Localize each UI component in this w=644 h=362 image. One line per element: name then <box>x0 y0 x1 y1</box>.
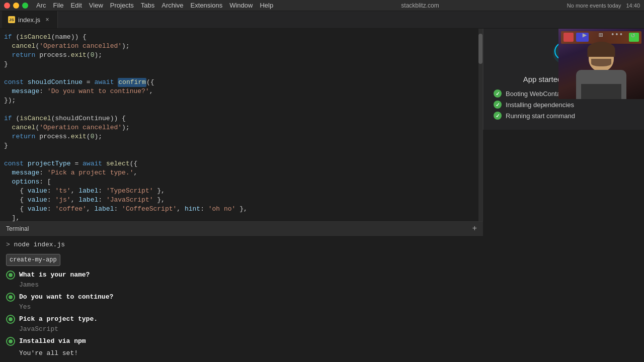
q2-answer: Yes <box>19 302 113 312</box>
code-line-11: cancel('Operation cancelled'); <box>0 123 482 132</box>
q4-text: Installed via npm <box>19 336 86 346</box>
clock: 14:40 <box>626 3 640 9</box>
titlebar-url: stackblitz.com <box>401 2 439 9</box>
q2-text: Do you want to continue? Yes <box>19 292 113 312</box>
titlebar-left: Arc File Edit View Projects Tabs Archive… <box>4 2 273 9</box>
code-line-10: if (isCancel(shouldContinue)) { <box>0 114 482 123</box>
terminal-title: Terminal <box>6 225 29 232</box>
q1-circle-inner <box>9 273 13 277</box>
minimize-dot[interactable] <box>13 3 19 9</box>
menu-edit[interactable]: Edit <box>70 2 82 9</box>
split-button[interactable]: ⊞ <box>595 29 607 41</box>
q3-question: Pick a project type. <box>19 314 98 324</box>
code-line-2: cancel('Operation cancelled'); <box>0 42 482 51</box>
check-icon-2 <box>494 101 502 109</box>
q1-answer: James <box>19 280 90 290</box>
q3-circle <box>6 315 15 324</box>
editor-scrollbar[interactable] <box>478 29 482 221</box>
titlebar-menu: Arc File Edit View Projects Tabs Archive… <box>36 2 273 9</box>
q3: Pick a project type. JavaScript <box>6 314 477 334</box>
q1-text: What is your name? James <box>19 270 90 290</box>
editor-toolbar: ▶ ⊞ ••• ↺ <box>579 29 639 41</box>
terminal-section: Terminal + > node index.js create-my-app <box>0 221 483 362</box>
close-dot[interactable] <box>4 3 10 9</box>
q2: Do you want to continue? Yes <box>6 292 477 312</box>
code-line-18: { value: 'ts', label: 'TypeScript' }, <box>0 187 482 196</box>
code-line-17: options: [ <box>0 177 482 187</box>
app-label-line: create-my-app <box>6 252 477 268</box>
scrollbar-thumb <box>478 34 482 64</box>
menu-extensions[interactable]: Extensions <box>191 2 223 9</box>
q4-circle-inner <box>9 339 13 343</box>
content-area: if (isCancel(name)) { cancel('Operation … <box>0 29 644 362</box>
code-line-21: ], <box>0 214 482 221</box>
titlebar: Arc File Edit View Projects Tabs Archive… <box>0 0 644 11</box>
q2-circle-inner <box>9 295 13 299</box>
tab-close-button[interactable]: × <box>43 16 51 24</box>
code-content: if (isCancel(name)) { cancel('Operation … <box>0 29 482 221</box>
q2-question: Do you want to continue? <box>19 292 113 302</box>
tabbar: JS index.js × ▶ ⊞ ••• ↺ <box>0 11 644 29</box>
terminal-add-button[interactable]: + <box>472 224 477 233</box>
code-line-13: } <box>0 141 482 150</box>
status-label-3: Running start command <box>506 112 575 120</box>
terminal-content[interactable]: > node index.js create-my-app What is yo… <box>0 236 483 362</box>
code-line-4: } <box>0 60 482 69</box>
status-item-2: Installing dependencies <box>494 101 634 109</box>
q1: What is your name? James <box>6 270 477 290</box>
code-line-14 <box>0 150 482 159</box>
js-file-icon: JS <box>8 16 15 23</box>
code-line-20: { value: 'coffee', label: 'CoffeeScript'… <box>0 205 482 214</box>
q3-answer: JavaScript <box>19 324 98 334</box>
menu-projects[interactable]: Projects <box>110 2 134 9</box>
check-icon-1 <box>494 89 502 98</box>
q3-circle-inner <box>9 317 13 321</box>
menu-arc[interactable]: Arc <box>36 2 46 9</box>
terminal-command: node index.js <box>14 241 65 248</box>
q4-circle <box>6 337 15 346</box>
code-line-5 <box>0 69 482 78</box>
status-item-3: Running start command <box>494 112 634 120</box>
menu-file[interactable]: File <box>53 2 64 9</box>
code-line-19: { value: 'js', label: 'JavaScript' }, <box>0 196 482 205</box>
menu-tabs[interactable]: Tabs <box>141 2 154 9</box>
code-line-9 <box>0 105 482 114</box>
q4-installed: Installed via npm <box>19 336 86 346</box>
tab-filename: index.js <box>18 16 40 24</box>
code-line-8: }); <box>0 96 482 105</box>
code-line-3: return process.exit(0); <box>0 51 482 60</box>
maximize-dot[interactable] <box>22 3 28 9</box>
terminal-prompt-line: > node index.js <box>6 240 477 250</box>
check-icon-3 <box>494 112 502 120</box>
code-line-12: return process.exit(0); <box>0 132 482 141</box>
titlebar-right: No more events today 14:40 <box>567 3 640 9</box>
code-line-7: message: 'Do you want to continue?', <box>0 87 482 96</box>
right-overlay: App started successfully Booting WebCont… <box>483 29 644 362</box>
terminal-header: Terminal + <box>0 222 483 236</box>
main-area: if (isCancel(name)) { cancel('Operation … <box>0 29 644 362</box>
left-content: if (isCancel(name)) { cancel('Operation … <box>0 29 483 362</box>
q3-text: Pick a project type. JavaScript <box>19 314 98 334</box>
code-line-6: const shouldContinue = await confirm({ <box>0 78 482 87</box>
more-button[interactable]: ••• <box>611 29 623 41</box>
status-label-2: Installing dependencies <box>506 101 574 109</box>
menu-window[interactable]: Window <box>229 2 253 9</box>
menu-help[interactable]: Help <box>260 2 273 9</box>
app-label: create-my-app <box>6 254 60 266</box>
code-editor[interactable]: if (isCancel(name)) { cancel('Operation … <box>0 29 483 221</box>
q4: Installed via npm <box>6 336 477 346</box>
code-line-1: if (isCancel(name)) { <box>0 33 482 42</box>
menu-archive[interactable]: Archive <box>162 2 183 9</box>
refresh-button[interactable]: ↺ <box>627 29 639 41</box>
q1-question: What is your name? <box>19 270 90 280</box>
run-button[interactable]: ▶ <box>579 29 591 41</box>
prompt-symbol: > <box>6 241 14 248</box>
tab-index-js[interactable]: JS index.js × <box>2 11 58 28</box>
q1-circle <box>6 270 15 280</box>
code-line-15: const projectType = await select({ <box>0 159 482 168</box>
code-line-16: message: 'Pick a project type.', <box>0 168 482 177</box>
no-events-label: No more events today <box>567 3 621 9</box>
menu-view[interactable]: View <box>89 2 103 9</box>
done-line: You're all set! <box>19 348 477 358</box>
q2-circle <box>6 293 15 302</box>
